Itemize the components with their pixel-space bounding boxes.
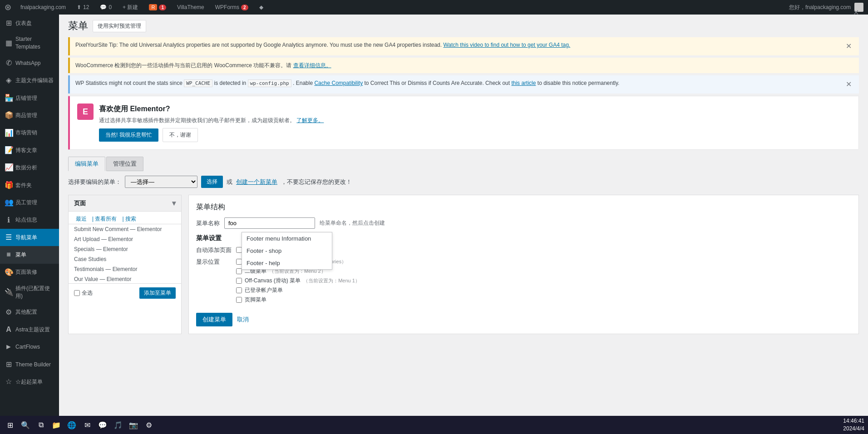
menu-name-input[interactable]	[224, 217, 315, 229]
location-checkbox-footer[interactable]	[236, 297, 242, 303]
add-menu-tab-viewall[interactable]: | 查看所有	[89, 214, 119, 224]
sidebar-item-dashboard[interactable]: ⊞ 仪表盘	[0, 15, 59, 32]
autocomplete-item[interactable]: Footer - help	[242, 257, 332, 269]
notice-dismiss-wps-icon[interactable]: ✕	[844, 79, 853, 90]
main-content: 菜单 使用实时预览管理 PixelYourSite Tip: The old U…	[59, 15, 868, 416]
sidebar-item-whatsapp[interactable]: ✆ WhatsApp	[0, 54, 59, 72]
elementor-notice-text: 通过选择共享非敏感插件数据并定期接收我们的电子邮件更新，成为超级贡献者。 了解更…	[99, 116, 324, 124]
sidebar-item-nav-menu[interactable]: ☰ 导航菜单	[0, 229, 59, 246]
notice-link-article[interactable]: this article	[511, 80, 536, 86]
list-item[interactable]: Testimonials — Elementor	[69, 264, 181, 274]
location-checkbox-loggedin[interactable]	[236, 287, 242, 293]
sidebar-item-marketing[interactable]: 📊 市场营销	[0, 124, 59, 142]
sidebar-item-data[interactable]: 📈 数据分析	[0, 159, 59, 176]
sidebar-item-other-config[interactable]: ⚙ 其他配置	[0, 304, 59, 321]
create-menu-button[interactable]: 创建菜单	[196, 313, 232, 326]
list-item[interactable]: Case Studies	[69, 254, 181, 264]
sidebar-item-products[interactable]: 📦 商品管理	[0, 107, 59, 124]
tab-manage-location[interactable]: 管理位置	[106, 157, 143, 171]
location-checkbox-offcanvas[interactable]	[236, 278, 242, 284]
sidebar-item-label: 页面装修	[15, 268, 37, 276]
cartflows-icon: ►	[5, 342, 13, 352]
sidebar-item-startup[interactable]: ☆ ☆起起菜单	[0, 373, 59, 390]
menu-select-dropdown[interactable]: —选择—	[125, 176, 197, 188]
sidebar-item-site-info[interactable]: ℹ 站点信息	[0, 212, 59, 229]
sidebar-item-plugins[interactable]: 🔌 插件(已配置使用)	[0, 281, 59, 304]
list-item[interactable]: Our Value — Elementor	[69, 274, 181, 283]
taskbar-start-icon[interactable]: ⊞	[4, 419, 16, 431]
updates-icon: ⬆	[77, 4, 81, 10]
menu-select-button[interactable]: 选择	[201, 176, 223, 188]
menu-name-hint: 给菜单命名，然后点击创建	[320, 219, 385, 227]
notice-text: PixelYourSite Tip: The old Universal Ana…	[75, 42, 442, 48]
theme-builder-icon: ⊞	[5, 360, 13, 370]
add-menu-tab-search[interactable]: | 搜索	[119, 214, 138, 224]
add-to-menu-button[interactable]: 添加至菜单	[139, 287, 176, 299]
dashboard-icon: ⊞	[5, 18, 13, 28]
elementor-confirm-button[interactable]: 当然! 我很乐意帮忙	[99, 128, 158, 142]
taskbar-chat-icon[interactable]: 💬	[96, 419, 109, 431]
taskbar-taskview-icon[interactable]: ⧉	[35, 419, 47, 431]
list-item[interactable]: Art Upload — Elementor	[69, 234, 181, 244]
autocomplete-item[interactable]: Footer - shop	[242, 245, 332, 257]
diamond-bar-item[interactable]: ◆	[256, 0, 267, 15]
sidebar-item-menu[interactable]: ≡ 菜单	[0, 246, 59, 263]
real-time-preview-button[interactable]: 使用实时预览管理	[93, 20, 146, 32]
taskbar-file-icon[interactable]: 📁	[50, 419, 63, 431]
list-item[interactable]: Submit New Comment — Elementor	[69, 224, 181, 234]
taskbar-app2-icon[interactable]: 📷	[127, 419, 140, 431]
products-icon: 📦	[5, 110, 13, 120]
sidebar-item-astra[interactable]: A Astra主题设置	[0, 321, 59, 338]
sidebar-item-label: ☆起起菜单	[15, 378, 43, 386]
taskbar-mail-icon[interactable]: ✉	[81, 419, 94, 431]
cancel-menu-button[interactable]: 取消	[235, 313, 251, 326]
notice-link[interactable]: Watch this video to find out how to get …	[443, 42, 570, 48]
list-item[interactable]: Specials — Elementor	[69, 244, 181, 254]
sidebar-item-packages[interactable]: 🎁 套件夹	[0, 177, 59, 194]
sidebar-item-theme-editor[interactable]: ◈ 主题文件编辑器	[0, 72, 59, 89]
select-all-checkbox[interactable]	[74, 290, 80, 296]
select-all-label[interactable]: 全选	[74, 289, 93, 297]
elementor-dismiss-icon[interactable]: ✕	[851, 15, 861, 18]
sidebar-item-store[interactable]: 🏪 店铺管理	[0, 89, 59, 107]
taskbar-app1-icon[interactable]: 🎵	[112, 419, 124, 431]
autocomplete-item[interactable]: Footer menu Information	[242, 232, 332, 245]
menu-name-row: 菜单名称 给菜单命名，然后点击创建 Footer menu Informatio…	[196, 217, 851, 229]
taskbar-browser-icon[interactable]: 🌐	[65, 419, 78, 431]
add-menu-tab-recent[interactable]: 最近	[73, 214, 89, 224]
notice-dismiss-icon[interactable]: ✕	[844, 41, 853, 52]
comments-bar-item[interactable]: 💬 0	[96, 0, 115, 15]
packages-icon: 🎁	[5, 180, 13, 190]
new-item-bar-item[interactable]: + 新建	[119, 0, 142, 15]
notice-link-cache[interactable]: Cache Compatibility	[314, 80, 363, 86]
add-menu-tabs: 最近 | 查看所有 | 搜索	[69, 212, 181, 224]
taskbar-search-icon[interactable]: 🔍	[19, 419, 32, 431]
sidebar-item-blog[interactable]: 📝 博客文章	[0, 142, 59, 159]
rankmath-bar-item[interactable]: R 1	[145, 0, 170, 15]
wp-logo-icon[interactable]: ⊛	[5, 2, 11, 12]
taskbar-app3-icon[interactable]: ⚙	[143, 419, 155, 431]
sidebar-item-cartflows[interactable]: ► CartFlows	[0, 338, 59, 355]
wpforms-bar-item[interactable]: WPForms 2	[212, 0, 252, 15]
menu-create-link[interactable]: 创建一个新菜单	[236, 178, 277, 186]
location-row-footer: 页脚菜单	[236, 296, 360, 304]
notice-link-woo[interactable]: 查看详细信息。	[293, 62, 331, 69]
sidebar-item-starter-templates[interactable]: ▦ Starter Templates	[0, 32, 59, 54]
sidebar-item-staff[interactable]: 👥 员工管理	[0, 194, 59, 211]
tab-edit-menu[interactable]: 编辑菜单	[68, 157, 105, 171]
site-name-bar-item[interactable]: fnalpackaging.com	[17, 0, 69, 15]
sidebar-item-theme-builder[interactable]: ⊞ Theme Builder	[0, 356, 59, 373]
sidebar-item-page-deco[interactable]: 🎨 页面装修	[0, 264, 59, 281]
menu-actions: 创建菜单 取消	[196, 313, 851, 326]
villatheme-bar-item[interactable]: VillaTheme	[173, 0, 208, 15]
elementor-notice-link[interactable]: 了解更多。	[296, 117, 324, 123]
elementor-cancel-button[interactable]: 不，谢谢	[163, 128, 198, 142]
marketing-icon: 📊	[5, 128, 13, 138]
menu-item-list: Submit New Comment — Elementor Art Uploa…	[69, 224, 181, 283]
comments-count: 0	[108, 4, 112, 10]
whatsapp-icon: ✆	[5, 58, 13, 68]
updates-bar-item[interactable]: ⬆ 12	[73, 0, 93, 15]
location-label-footer: 页脚菜单	[245, 296, 266, 304]
menu-structure-panel: 菜单结构 菜单名称 给菜单命名，然后点击创建 Footer menu Infor…	[188, 195, 859, 334]
add-menu-header[interactable]: 页面 ▾	[69, 195, 181, 212]
